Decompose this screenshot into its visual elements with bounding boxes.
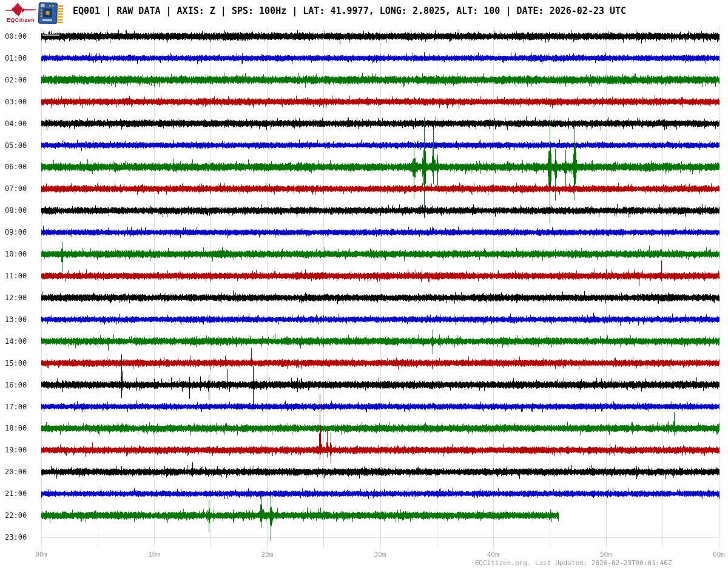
hour-label: 19:00 xyxy=(5,446,32,454)
hour-label: 05:00 xyxy=(5,141,32,150)
hour-label: 18:00 xyxy=(5,424,32,432)
hour-label: 20:00 xyxy=(5,468,32,476)
helicorder-page: EQCitizen EQ001 | RAW DATA | AXIS: Z | S… xyxy=(0,0,728,570)
hour-label: 03:00 xyxy=(5,98,32,106)
sensor-chip-icon xyxy=(37,1,66,25)
hour-label: 12:00 xyxy=(5,293,32,302)
hour-label: 11:00 xyxy=(5,272,32,280)
x-axis-tick-label: 40m xyxy=(481,551,505,558)
footer-text: EQCitizen.org. Last Updated: 2026-02-23T… xyxy=(475,559,672,567)
x-axis-tick-label: 30m xyxy=(368,551,393,558)
hour-label: 09:00 xyxy=(5,228,32,236)
hour-label: 00:00 xyxy=(5,32,32,41)
logo-text: EQCitizen xyxy=(4,17,38,23)
x-axis-tick-label: 00m xyxy=(29,551,53,558)
x-axis-tick-label: 10m xyxy=(142,551,166,558)
hour-label: 15:00 xyxy=(5,359,32,367)
helicorder-canvas xyxy=(0,0,728,570)
hour-label: 08:00 xyxy=(5,206,32,215)
hour-label: 23:00 xyxy=(5,533,32,542)
hour-label: 16:00 xyxy=(5,381,32,389)
page-title: EQ001 | RAW DATA | AXIS: Z | SPS: 100Hz … xyxy=(73,5,626,16)
header: EQCitizen EQ001 | RAW DATA | AXIS: Z | S… xyxy=(0,0,728,28)
hour-label: 02:00 xyxy=(5,76,32,84)
hour-label: 01:00 xyxy=(5,54,32,62)
seismic-waveform-icon xyxy=(5,2,36,18)
hour-label: 17:00 xyxy=(5,403,32,411)
x-axis-tick-label: 20m xyxy=(255,551,279,558)
hour-label: 07:00 xyxy=(5,184,32,193)
hour-label: 22:00 xyxy=(5,511,32,520)
hour-label: 14:00 xyxy=(5,337,32,346)
hour-label: 21:00 xyxy=(5,489,32,498)
hour-label: 13:00 xyxy=(5,315,32,324)
hour-label: 06:00 xyxy=(5,163,32,171)
eqcitizen-logo: EQCitizen xyxy=(4,2,38,24)
x-axis-tick-label: 50m xyxy=(594,551,618,558)
hour-label: 10:00 xyxy=(5,250,32,258)
x-axis-tick-label: 60m xyxy=(707,551,728,558)
hour-label: 04:00 xyxy=(5,119,32,128)
